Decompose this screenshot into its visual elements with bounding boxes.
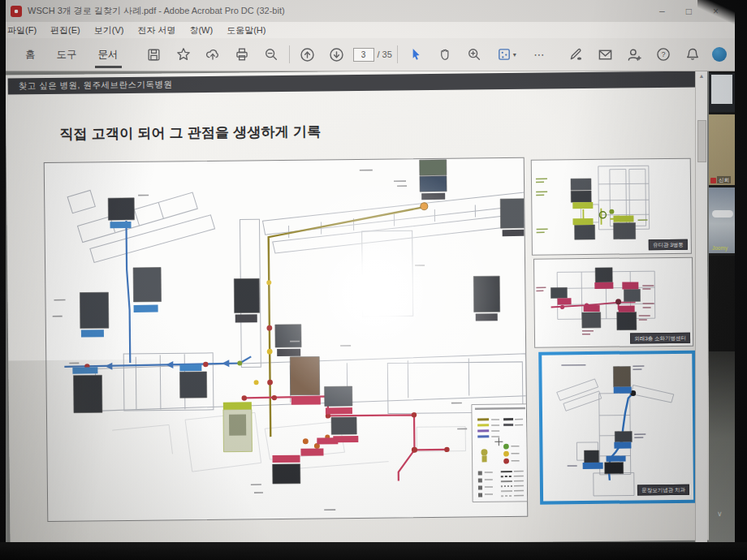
small-map-ward-label: 유디관 3병동 bbox=[649, 239, 688, 251]
previous-page-icon[interactable] bbox=[293, 44, 322, 65]
close-button[interactable]: × bbox=[713, 6, 719, 17]
fill-sign-icon[interactable] bbox=[561, 44, 590, 65]
menu-bar: 파일(F) 편집(E) 보기(V) 전자 서명 창(W) 도움말(H) bbox=[6, 22, 735, 38]
minimize-button[interactable]: – bbox=[659, 6, 665, 17]
tab-document[interactable]: 문서 bbox=[97, 45, 120, 65]
page-header-band: 찾고 싶은 병원, 원주세브란스기독병원 bbox=[8, 71, 697, 94]
tab-tools[interactable]: 도구 bbox=[55, 45, 79, 65]
vertical-scrollbar[interactable]: ▲ bbox=[695, 71, 707, 542]
more-tools-icon[interactable]: ⋯ bbox=[525, 44, 554, 65]
toolbar: 홈 도구 문서 bbox=[6, 38, 735, 71]
help-glyph: ? bbox=[661, 50, 665, 58]
participant-tile-1[interactable]: 신희 bbox=[709, 114, 735, 185]
zoom-in-icon[interactable] bbox=[460, 44, 489, 65]
small-map-digestive-label: 외래3층 소화기병센터 bbox=[630, 333, 690, 344]
menu-help[interactable]: 도움말(H) bbox=[227, 24, 266, 37]
cloud-decoration bbox=[712, 210, 733, 218]
main-floorplan-map bbox=[44, 157, 529, 522]
participant-name: 신희 bbox=[717, 176, 731, 183]
small-map-digestive-center: 외래3층 소화기병센터 bbox=[533, 257, 693, 348]
title-bar: WSCH 3개 경로 길찾기 사례.pdf - Adobe Acrobat Pr… bbox=[6, 0, 735, 22]
star-icon[interactable] bbox=[169, 44, 198, 65]
screen: WSCH 3개 경로 길찾기 사례.pdf - Adobe Acrobat Pr… bbox=[6, 0, 735, 542]
tab-home[interactable]: 홈 bbox=[24, 45, 37, 65]
legend bbox=[472, 404, 527, 502]
save-icon[interactable] bbox=[140, 44, 169, 65]
small-map-ward: 유디관 3병동 bbox=[531, 158, 692, 256]
menu-view[interactable]: 보기(V) bbox=[94, 24, 124, 37]
notifications-bell-icon[interactable] bbox=[678, 44, 707, 65]
monitor-bezel-bottom bbox=[0, 542, 747, 560]
help-icon[interactable]: ? bbox=[649, 44, 678, 65]
share-cloud-icon[interactable] bbox=[198, 44, 227, 65]
participant-tile-2[interactable]: Joomy bbox=[709, 187, 735, 253]
shared-screen-thumb bbox=[711, 75, 732, 104]
page-header-title: 찾고 싶은 병원, 원주세브란스기독병원 bbox=[19, 79, 173, 92]
page-display-icon[interactable]: ▾ bbox=[489, 44, 525, 65]
monitor-photo: WSCH 3개 경로 길찾기 사례.pdf - Adobe Acrobat Pr… bbox=[0, 0, 747, 560]
pdf-viewport[interactable]: 찾고 싶은 병원, 원주세브란스기독병원 직접 고객이 되어 그 관점을 생생하… bbox=[6, 71, 735, 542]
zoom-out-icon[interactable] bbox=[257, 44, 286, 65]
page-total: / 35 bbox=[378, 50, 392, 59]
participant-name: Joomy bbox=[710, 244, 729, 252]
small-map-dental: 문창모기념관 치과 bbox=[538, 351, 697, 505]
account-avatar[interactable] bbox=[712, 47, 727, 62]
menu-edit[interactable]: 편집(E) bbox=[50, 24, 80, 37]
mic-muted-icon bbox=[710, 178, 716, 183]
page-number-input[interactable] bbox=[353, 48, 374, 62]
scrollbar-thumb[interactable] bbox=[697, 120, 706, 162]
scrollbar-up-icon[interactable]: ▲ bbox=[696, 73, 707, 79]
window-title: WSCH 3개 경로 길찾기 사례.pdf - Adobe Acrobat Pr… bbox=[28, 5, 285, 17]
small-map-dental-graphic bbox=[542, 354, 692, 500]
pdf-page: 찾고 싶은 병원, 원주세브란스기독병원 직접 고객이 되어 그 관점을 생생하… bbox=[6, 71, 710, 542]
meeting-participants-strip: 신희 Joomy ∨ bbox=[709, 71, 735, 542]
acrobat-app-icon bbox=[11, 6, 22, 17]
add-user-icon[interactable] bbox=[620, 44, 649, 65]
chevron-down-icon[interactable]: ∨ bbox=[717, 510, 723, 518]
next-page-icon[interactable] bbox=[322, 44, 352, 65]
maximize-button[interactable]: □ bbox=[686, 6, 692, 17]
print-icon[interactable] bbox=[227, 44, 257, 65]
select-tool-icon[interactable] bbox=[401, 44, 430, 65]
menu-file[interactable]: 파일(F) bbox=[7, 24, 37, 37]
small-map-dental-label: 문창모기념관 치과 bbox=[637, 485, 689, 496]
page-heading: 직접 고객이 되어 그 관점을 생생하게 기록 bbox=[59, 122, 321, 143]
hand-tool-icon[interactable] bbox=[430, 44, 460, 65]
caret-down-icon: ▾ bbox=[513, 51, 516, 58]
participant-tile-3[interactable] bbox=[709, 256, 735, 351]
participant-tile-screenshare[interactable] bbox=[709, 73, 735, 112]
email-icon[interactable] bbox=[590, 44, 620, 65]
main-floorplan-graphic bbox=[45, 158, 528, 521]
menu-esign[interactable]: 전자 서명 bbox=[137, 24, 175, 37]
menu-window[interactable]: 창(W) bbox=[189, 24, 213, 37]
